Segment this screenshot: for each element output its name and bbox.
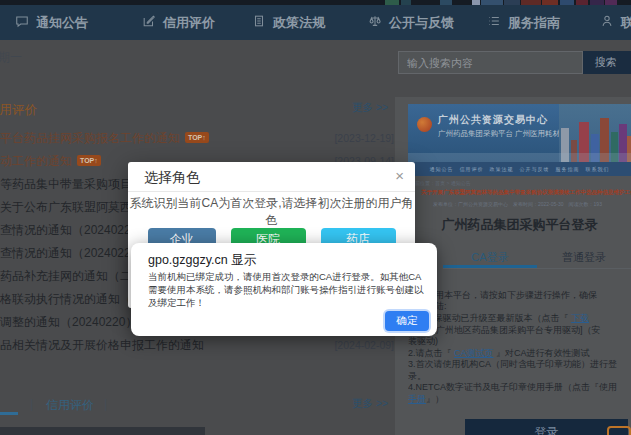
browser-alert-dialog: gpo.gzggzy.cn 显示 当前机构已绑定成功，请使用首次登录的CA进行登… [131, 243, 437, 336]
inline-link[interactable]: 手册 [408, 394, 426, 404]
chat-bubble-icon [15, 14, 29, 31]
nav-item-label: 服务指南 [508, 14, 560, 32]
notices-more-link[interactable]: 更多 >> [352, 101, 388, 115]
weekday-label: 星期一 [0, 49, 22, 66]
top-badge: TOP↑ [185, 132, 209, 143]
site-logo-icon [417, 117, 432, 132]
search-input[interactable] [398, 51, 583, 74]
list-icon [487, 14, 501, 31]
notice-title: 平台药品挂网采购报名工作的通知 [0, 131, 180, 145]
scales-icon [368, 14, 382, 31]
modal-message: 系统识别当前CA为首次登录,请选择初次注册的用户角色 [128, 195, 415, 229]
credit-section-tab[interactable]: 信用评价 [46, 397, 94, 414]
separator: | [104, 397, 107, 411]
nav-item-credit[interactable]: 信用评价 [142, 5, 215, 40]
notice-date: [2024-02-09] [334, 334, 394, 357]
nav-item-feedback[interactable]: 公开与反馈 [368, 5, 454, 40]
nav-item-label: 政策法规 [273, 14, 325, 32]
person-icon [600, 14, 614, 31]
modal-header: 选择角色 × [128, 162, 415, 192]
active-tab-underline [0, 412, 18, 415]
search-bar: 搜索 [398, 51, 631, 74]
banner-org-title: 广州公共资源交易中心 [438, 113, 548, 127]
inline-link[interactable]: 下载 [571, 313, 589, 323]
notice-title: 药品补充挂网的通知（二） [0, 269, 144, 283]
notice-title: 调整的通知（20240220） [0, 315, 137, 329]
close-icon[interactable]: × [395, 167, 404, 184]
alert-confirm-button[interactable]: 确定 [385, 311, 429, 331]
notice-date: [2023-12-19] [334, 127, 394, 150]
notice-title: 查情况的通知（20240229批 [0, 223, 149, 237]
banner-notice-title[interactable]: 关于开展广东联盟阿莫西林等药品集中带量采购协议期满接续工作中选品种信息维护工作的… [421, 189, 631, 196]
notice-title: 动工作的通知 [0, 154, 72, 168]
login-instructions: 1.请确保驱动已升级至最新版本（点击『 下载选择[9.广州地区药品集团采购平台专… [408, 313, 631, 405]
notice-title: 品相关情况及开展价格申报工作的通知 [0, 338, 204, 352]
nav-item-label: 联系我们 [621, 14, 631, 32]
alert-message: 当前机构已绑定成功，请使用首次登录的CA进行登录。如其他CA需要使用本系统，请参… [148, 270, 430, 309]
notice-title: 查情况的通知（20240227批 [0, 246, 149, 260]
list-item[interactable]: 品相关情况及开展价格申报工作的通知[2024-02-09] [0, 334, 396, 357]
nav-item-label: 公开与反馈 [389, 14, 454, 32]
site-banner: 广州公共资源交易中心 广州药品集团采购平台 广州医用耗材采购交易平台 [408, 104, 631, 162]
login-tabs: CA登录 普通登录 [443, 248, 631, 269]
search-button[interactable]: 搜索 [583, 51, 631, 74]
login-welcome-text: 欢迎使用本平台，请按如下步骤进行操作，确保正常登陆: [408, 290, 631, 311]
separator: | [30, 397, 33, 411]
main-navbar: 通知公告 信用评价 政策法规 公开与反馈 服务指南 联系我们 [0, 5, 631, 40]
tab-ca-login[interactable]: CA登录 [443, 248, 537, 268]
credit-more-link[interactable]: 更多 >> [352, 397, 388, 411]
inline-link[interactable]: CA测试页 [454, 348, 494, 358]
login-title: 广州药品集团采购平台登录 [408, 216, 631, 234]
top-badge: TOP↑ [77, 155, 101, 166]
nav-item-contact[interactable]: 联系我们 [600, 5, 631, 40]
clipped-list-item[interactable] [0, 427, 205, 435]
login-button[interactable]: 登录 [465, 419, 628, 435]
tab-normal-login[interactable]: 普通登录 [537, 248, 631, 268]
nav-item-notices[interactable]: 通知公告 [15, 5, 88, 40]
banner-mini-navbar: 通知公告 信用评价 政策法规 公开与反馈 服务指南 联系我们 [408, 162, 631, 176]
skyline-graphic [559, 104, 631, 162]
modal-title: 选择角色 [144, 169, 200, 187]
alert-source: gpo.gzggzy.cn 显示 [148, 252, 256, 269]
document-icon [252, 14, 266, 31]
nav-item-label: 信用评价 [163, 14, 215, 32]
edit-icon [142, 14, 156, 31]
banner-publish-info: 发布单位：广州公共资源交易中心 发布时间：2022-05-30 阅读次数：193 [433, 201, 602, 207]
nav-item-policy[interactable]: 政策法规 [252, 5, 325, 40]
screen: 通知公告 信用评价 政策法规 公开与反馈 服务指南 联系我们 星期一 搜索 信用… [0, 0, 631, 435]
nav-item-guide[interactable]: 服务指南 [487, 5, 560, 40]
banner-breadcrumb: 当前位置：首页 > 通知公告 [410, 180, 471, 186]
list-item[interactable]: 平台药品挂网采购报名工作的通知TOP↑[2023-12-19] [0, 127, 396, 150]
nav-item-label: 通知公告 [36, 14, 88, 32]
floating-corner-button[interactable] [607, 426, 631, 435]
notice-section-title: 信用评价 [0, 102, 37, 119]
